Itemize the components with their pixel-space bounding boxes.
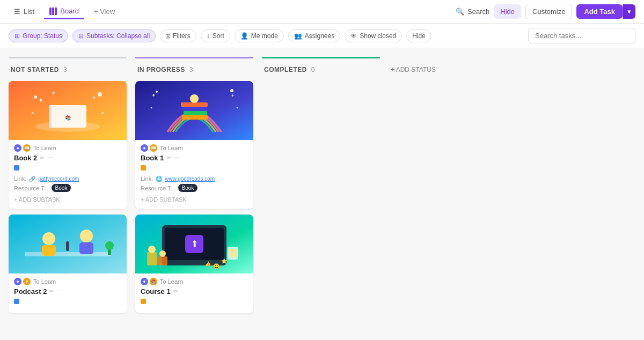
nav-list[interactable]: ☰ List bbox=[9, 4, 40, 19]
svg-point-23 bbox=[105, 241, 114, 250]
me-mode-label: Me mode bbox=[251, 32, 278, 40]
filters-icon: ⧖ bbox=[166, 32, 170, 40]
me-mode-chip[interactable]: 👤 Me mode bbox=[235, 29, 284, 42]
group-status-label: Group: Status bbox=[23, 32, 62, 40]
link-label-book2: Link: bbox=[14, 175, 26, 182]
link-value-book2[interactable]: pattymccord.com bbox=[38, 176, 79, 182]
book1-illustration: ✦ ✦ bbox=[135, 81, 253, 140]
in-progress-line bbox=[135, 57, 253, 58]
resource-tag-book1: Book bbox=[178, 184, 198, 192]
card-book2-body: ● 📖 To Learn Book 2 ✏ ⋯ Link: 🔗 pattymcc… bbox=[9, 140, 127, 209]
show-closed-label: Show closed bbox=[360, 32, 396, 40]
board: NOT STARTED 3 bbox=[0, 48, 644, 340]
hide-chip-label: Hide bbox=[412, 32, 426, 40]
card-podcast2-list: To Loam bbox=[33, 278, 56, 285]
add-status-button[interactable]: + ADD STATUS bbox=[389, 63, 507, 77]
svg-point-32 bbox=[151, 107, 152, 109]
card-book2[interactable]: 📚 ✦ ✦ ★ ● 📖 To Learn Book 2 ✏ bbox=[9, 81, 127, 209]
show-closed-chip[interactable]: 👁 Show closed bbox=[345, 29, 402, 42]
menu-icon-book2[interactable]: ⋯ bbox=[47, 154, 53, 161]
hide-button[interactable]: Hide bbox=[494, 4, 521, 19]
edit-icon-podcast2[interactable]: ✏ bbox=[49, 288, 54, 295]
card-podcast2-image bbox=[9, 215, 127, 274]
resource-label-book2: Resource T... bbox=[14, 185, 49, 191]
completed-title: COMPLETED bbox=[264, 66, 307, 73]
add-task-dropdown[interactable]: ▾ bbox=[623, 4, 635, 19]
svg-point-33 bbox=[237, 107, 238, 109]
card-course1[interactable]: ⬆ 😀 ⭐ 👍 ● bbox=[135, 215, 253, 313]
svg-point-30 bbox=[156, 91, 158, 93]
assignees-chip[interactable]: 👥 Assignees bbox=[288, 29, 340, 42]
resource-label-book1: Resource T... bbox=[141, 185, 175, 191]
svg-rect-25 bbox=[181, 102, 208, 107]
svg-rect-46 bbox=[229, 249, 237, 257]
menu-icon-course1[interactable]: ⋯ bbox=[181, 288, 187, 295]
menu-icon-book1[interactable]: ⋯ bbox=[174, 154, 180, 161]
hide-chip[interactable]: Hide bbox=[406, 29, 431, 42]
course1-illustration: ⬆ 😀 ⭐ 👍 bbox=[135, 215, 253, 274]
assignees-icon: 👥 bbox=[294, 32, 302, 40]
filters-chip[interactable]: ⧖ Filters bbox=[160, 29, 196, 42]
add-subtask-book2[interactable]: + ADD SUBTASK bbox=[14, 194, 121, 205]
edit-icon-book1[interactable]: ✏ bbox=[166, 154, 171, 161]
type-icon-book1: 📖 bbox=[150, 144, 157, 152]
type-icon-book2: 📖 bbox=[23, 144, 31, 152]
card-course1-icons: ● 📚 bbox=[141, 278, 157, 285]
search-tasks-input[interactable] bbox=[528, 28, 635, 43]
svg-text:👍: 👍 bbox=[205, 261, 211, 267]
status-dot-course1: ● bbox=[141, 278, 148, 285]
card-podcast2[interactable]: ● 🎙 To Loam Podcast 2 ✏ ⋯ bbox=[9, 215, 127, 313]
add-task-button[interactable]: Add Task bbox=[576, 4, 623, 19]
card-book2-meta: ● 📖 To Learn bbox=[14, 144, 121, 152]
card-book1-list: To Learn bbox=[160, 145, 183, 151]
card-course1-title: Course 1 bbox=[141, 287, 171, 295]
type-icon-course1: 📚 bbox=[150, 278, 157, 285]
svg-point-17 bbox=[42, 232, 55, 245]
svg-point-10 bbox=[101, 112, 104, 114]
edit-icon-course1[interactable]: ✏ bbox=[173, 288, 178, 295]
svg-point-8 bbox=[98, 92, 102, 97]
in-progress-header: IN PROGRESS 3 bbox=[135, 63, 253, 77]
edit-icon-book2[interactable]: ✏ bbox=[40, 154, 45, 161]
nav-add-view[interactable]: + View bbox=[89, 4, 120, 19]
in-progress-title: IN PROGRESS bbox=[137, 66, 185, 73]
card-course1-title-row: Course 1 ✏ ⋯ bbox=[141, 287, 248, 295]
menu-icon-podcast2[interactable]: ⋯ bbox=[57, 288, 63, 295]
svg-point-42 bbox=[148, 246, 156, 253]
card-book1-image: ✦ ✦ bbox=[135, 81, 253, 140]
flag-podcast2 bbox=[14, 299, 19, 304]
card-book1-title: Book 1 bbox=[141, 154, 164, 162]
subtasks-chip[interactable]: ⊟ Subtasks: Collapse all bbox=[72, 29, 156, 42]
svg-rect-26 bbox=[182, 107, 207, 111]
svg-point-7 bbox=[34, 95, 37, 99]
card-book2-list: To Learn bbox=[33, 145, 56, 151]
card-course1-body: ● 📚 To Learn Course 1 ✏ ⋯ bbox=[135, 274, 253, 313]
status-dot-podcast2: ● bbox=[14, 278, 21, 285]
filters-label: Filters bbox=[173, 32, 191, 40]
sort-chip[interactable]: ↕ Sort bbox=[201, 29, 230, 42]
add-subtask-book1[interactable]: + ADD SUBTASK bbox=[141, 194, 248, 205]
sort-icon: ↕ bbox=[207, 32, 210, 40]
top-nav: ☰ List Board + View 🔍 Search Hide Custom… bbox=[0, 0, 644, 24]
svg-text:⬆: ⬆ bbox=[191, 239, 198, 248]
svg-rect-43 bbox=[158, 256, 167, 265]
card-book1-icons: ● 📖 bbox=[141, 144, 157, 152]
card-book1[interactable]: ✦ ✦ ● 📖 To Learn Book 1 ✏ ⋯ bbox=[135, 81, 253, 209]
card-podcast2-title-row: Podcast 2 ✏ ⋯ bbox=[14, 287, 121, 295]
nav-board[interactable]: Board bbox=[44, 4, 84, 20]
svg-text:⭐: ⭐ bbox=[221, 258, 228, 264]
card-book1-body: ● 📖 To Learn Book 1 ✏ ⋯ Link: 🌐 www.good… bbox=[135, 140, 253, 209]
card-book2-link: Link: 🔗 pattymccord.com bbox=[14, 175, 121, 182]
svg-text:✦: ✦ bbox=[231, 93, 235, 98]
nav-add-view-label: + View bbox=[94, 8, 115, 16]
customize-button[interactable]: Customize bbox=[525, 4, 572, 19]
card-book2-image: 📚 ✦ ✦ ★ bbox=[9, 81, 127, 140]
flag-book2 bbox=[14, 165, 19, 171]
group-status-chip[interactable]: ⊞ Group: Status bbox=[9, 29, 68, 42]
board-icon bbox=[49, 7, 57, 16]
svg-text:✦: ✦ bbox=[151, 92, 156, 98]
type-icon-podcast2: 🎙 bbox=[23, 278, 31, 285]
link-value-book1[interactable]: www.goodreads.com bbox=[165, 176, 215, 182]
svg-rect-2 bbox=[55, 8, 57, 15]
nav-search[interactable]: 🔍 Search bbox=[456, 8, 489, 16]
